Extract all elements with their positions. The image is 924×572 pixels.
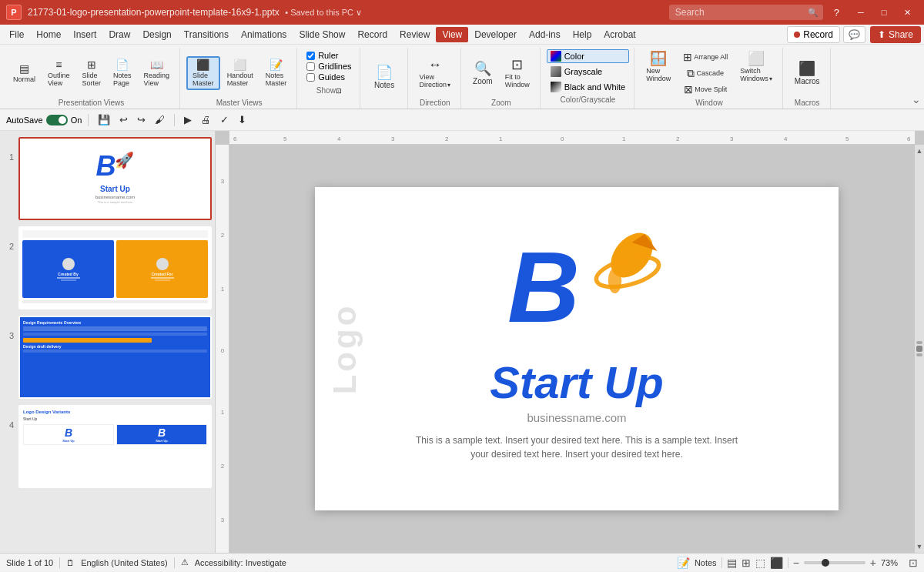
arrange-all-button[interactable]: ⊞ Arrange All <box>678 49 733 65</box>
menu-help[interactable]: Help <box>567 27 598 42</box>
slideshow-icon[interactable]: ⬛ <box>770 557 783 569</box>
record-button[interactable]: Record <box>787 26 840 43</box>
menu-insert[interactable]: Insert <box>67 27 102 42</box>
search-container[interactable]: 🔍 <box>669 5 823 20</box>
gridlines-checkbox[interactable] <box>306 62 315 71</box>
scroll-down-button[interactable]: ▼ <box>914 540 924 553</box>
notes-status-button[interactable]: 📝 <box>677 557 690 569</box>
customize-toolbar-button[interactable]: ⬇ <box>235 112 249 127</box>
show-expand-icon[interactable]: ⊡ <box>336 87 342 95</box>
slide-thumbnail-4[interactable]: Logo Design Variants Start Up B Start Up… <box>18 405 212 488</box>
notes-master-button[interactable]: 📝 NotesMaster <box>260 57 293 89</box>
slide-item-1[interactable]: 1 B 🚀 Start Up businessname.com This is … <box>3 137 212 220</box>
black-white-button[interactable]: Black and White <box>547 80 629 94</box>
color-button[interactable]: Color <box>547 49 629 63</box>
save-button[interactable]: 💾 <box>95 112 113 127</box>
menu-animations[interactable]: Animations <box>235 27 293 42</box>
slide-item-3[interactable]: 3 Design Requirements Overview Design dr… <box>3 316 212 399</box>
ruler-checkbox[interactable] <box>306 52 315 60</box>
zoom-out-icon[interactable]: − <box>793 557 799 569</box>
svg-text:6: 6 <box>233 135 237 142</box>
share-icon: ⬆ <box>878 29 886 40</box>
zoom-in-icon[interactable]: + <box>870 557 876 569</box>
menu-transitions[interactable]: Transitions <box>178 27 235 42</box>
view-reading-icon[interactable]: ⬚ <box>755 557 765 569</box>
handout-master-button[interactable]: ⬜ HandoutMaster <box>222 57 259 89</box>
new-window-button[interactable]: 🪟 NewWindow <box>641 49 676 85</box>
print-button[interactable]: 🖨 <box>198 112 214 127</box>
view-normal-icon[interactable]: ▤ <box>727 557 737 569</box>
scroll-up-button[interactable]: ▲ <box>914 145 924 157</box>
zoom-slider[interactable] <box>804 561 865 564</box>
outline-view-button[interactable]: ≡ OutlineView <box>42 57 75 89</box>
record-label: Record <box>803 29 833 40</box>
menu-acrobat[interactable]: Acrobat <box>598 27 641 42</box>
handout-label: HandoutMaster <box>227 72 253 87</box>
minimize-button[interactable]: ─ <box>850 5 872 20</box>
cascade-button[interactable]: ⧉ Cascade <box>678 65 733 81</box>
switch-windows-button[interactable]: ⬜ SwitchWindows▾ <box>735 49 778 85</box>
thumb1-title: Start Up <box>100 185 130 193</box>
spell-check-button[interactable]: ✓ <box>217 112 232 127</box>
help-button[interactable]: ? <box>829 5 844 20</box>
grayscale-button[interactable]: Grayscale <box>547 65 629 79</box>
normal-view-button[interactable]: ▤ Normal <box>8 61 41 85</box>
master-view-buttons: ⬛ SlideMaster ⬜ HandoutMaster 📝 NotesMas… <box>186 49 292 97</box>
menu-developer[interactable]: Developer <box>468 27 523 42</box>
slide-item-2[interactable]: 2 Created By Created For <box>3 226 212 309</box>
share-button[interactable]: ⬆ Share <box>870 26 921 43</box>
zoom-button[interactable]: 🔍 Zoom <box>467 59 498 88</box>
status-left: Slide 1 of 10 🗒 English (United States) … <box>6 557 671 568</box>
menu-design[interactable]: Design <box>136 27 177 42</box>
right-scrollbar[interactable]: ▲ ▼ <box>915 145 924 553</box>
menu-home[interactable]: Home <box>30 27 67 42</box>
slide-thumbnail-1[interactable]: B 🚀 Start Up businessname.com This is a … <box>18 137 212 220</box>
accessibility-status[interactable]: Accessibility: Investigate <box>195 558 286 567</box>
move-split-button[interactable]: ⊠ Move Split <box>678 82 733 97</box>
slide-thumbnail-3[interactable]: Design Requirements Overview Design draf… <box>18 316 212 399</box>
view-grid-icon[interactable]: ⊞ <box>742 557 751 569</box>
presentation-button[interactable]: ▶ <box>181 112 195 127</box>
menu-addins[interactable]: Add-ins <box>523 27 567 42</box>
menu-review[interactable]: Review <box>393 27 436 42</box>
slide-master-button[interactable]: ⬛ SlideMaster <box>186 56 220 90</box>
autosave-switch[interactable] <box>46 115 68 125</box>
guides-checkbox-label[interactable]: Guides <box>306 72 351 82</box>
notes-page-button[interactable]: 📄 NotesPage <box>108 57 137 89</box>
macros-button[interactable]: ⬛ Macros <box>789 59 825 88</box>
handout-icon: ⬜ <box>233 59 246 70</box>
ribbon-collapse-icon[interactable]: ⌄ <box>912 93 921 105</box>
search-input[interactable] <box>669 5 823 20</box>
maximize-button[interactable]: □ <box>873 5 895 20</box>
fit-window-button[interactable]: ⊡ Fit toWindow <box>500 55 535 91</box>
menu-record[interactable]: Record <box>351 27 393 42</box>
svg-text:1: 1 <box>221 409 225 416</box>
slide-thumbnail-2[interactable]: Created By Created For <box>18 226 212 309</box>
slide-panel[interactable]: 1 B 🚀 Start Up businessname.com This is … <box>0 131 216 553</box>
normal-icon: ▤ <box>19 63 29 74</box>
fit-icon[interactable]: ⊡ <box>909 557 918 569</box>
ruler-checkbox-label[interactable]: Ruler <box>306 51 351 60</box>
menu-draw[interactable]: Draw <box>102 27 136 42</box>
close-button[interactable]: ✕ <box>896 5 918 20</box>
guides-checkbox[interactable] <box>306 73 315 82</box>
comment-button[interactable]: 💬 <box>843 26 865 43</box>
slide-item-4[interactable]: 4 Logo Design Variants Start Up B Start … <box>3 405 212 488</box>
notes-button[interactable]: 📄 Notes <box>369 63 400 92</box>
ribbon-group-show: Ruler Gridlines Guides Show ⊡ <box>299 48 360 109</box>
format-painter-button[interactable]: 🖌 <box>152 112 168 127</box>
color-label: Color <box>564 52 584 61</box>
redo-button[interactable]: ↪ <box>134 112 149 127</box>
slide-sorter-button[interactable]: ⊞ SlideSorter <box>77 57 107 89</box>
view-direction-button[interactable]: ↔ ViewDirection▾ <box>414 55 457 91</box>
gridlines-checkbox-label[interactable]: Gridlines <box>306 62 351 71</box>
reading-view-button[interactable]: 📖 ReadingView <box>139 57 176 89</box>
outline-label: OutlineView <box>48 72 70 87</box>
notes-status-label[interactable]: Notes <box>695 558 717 567</box>
menu-slideshow[interactable]: Slide Show <box>293 27 351 42</box>
undo-button[interactable]: ↩ <box>116 112 131 127</box>
scroll-thumb[interactable] <box>916 346 922 352</box>
menu-file[interactable]: File <box>3 27 30 42</box>
menu-view[interactable]: View <box>436 27 468 42</box>
gridlines-label: Gridlines <box>318 62 351 71</box>
